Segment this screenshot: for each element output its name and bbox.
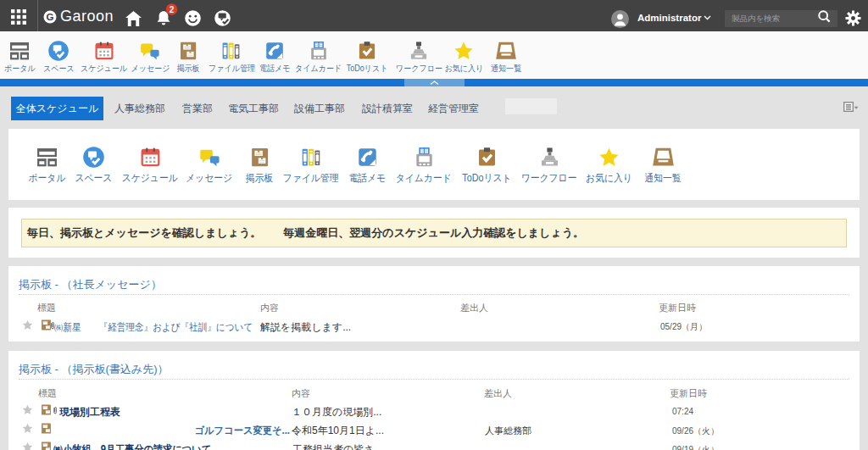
- svg-text:2: 2: [170, 5, 175, 14]
- svg-text:G: G: [47, 12, 54, 22]
